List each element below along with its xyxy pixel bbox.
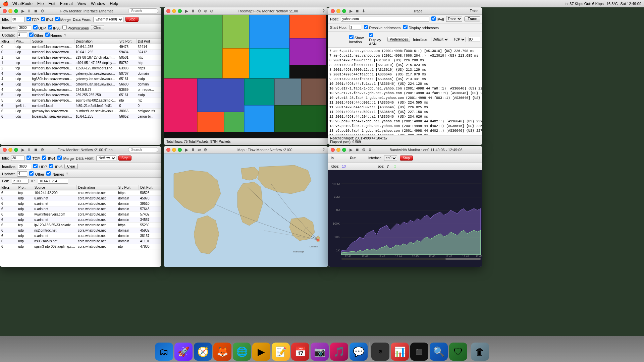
table-row[interactable]: 2 tcp number9.lan.seaviewsound.co... li1… [0, 66, 161, 71]
netflow-max-btn[interactable] [14, 148, 18, 152]
bw-down-btn[interactable]: ⬇ [368, 147, 372, 152]
map-close-btn[interactable] [166, 148, 170, 152]
preferences-button[interactable]: Preferences [387, 37, 410, 42]
treemap-collapse-btn[interactable]: ⊖ [209, 9, 214, 13]
host-input[interactable] [341, 16, 429, 22]
table-row[interactable]: 6 udp u.arin.net cora.whatroute.net doma… [0, 233, 161, 239]
menu-whatroute[interactable]: WhatRoute [12, 1, 33, 6]
show-loc-checkbox[interactable] [349, 35, 354, 39]
other-check-label[interactable]: Other [29, 33, 44, 38]
bw-play-btn[interactable]: ▶ [349, 147, 353, 152]
table-row[interactable]: 1 tcp number9.lan.seaviewsound.co... a10… [0, 60, 161, 66]
minimize-button[interactable] [8, 9, 12, 13]
dock-itunes[interactable]: 🎵 [330, 343, 348, 361]
nf-col-idle[interactable]: Idle▲ [0, 185, 17, 190]
table-row[interactable]: 6 udp gateway.lan.seaviewsound.co.nz num… [0, 109, 161, 114]
dock-chrome[interactable]: 🌐 [233, 343, 251, 361]
dock-messenger[interactable]: 💬 [350, 343, 368, 361]
bw-min-btn[interactable] [336, 148, 340, 152]
netflow-other-checkbox[interactable] [29, 171, 34, 176]
netflow-inactive-input[interactable] [18, 164, 31, 169]
netflow-udp-checkbox[interactable] [33, 164, 38, 168]
trace-type-select[interactable]: Trace [446, 16, 462, 22]
nf-col-dst[interactable]: Destination [76, 185, 117, 190]
ipv4-check-label[interactable]: IPv4 [41, 17, 53, 22]
eth-table-container[interactable]: Idle▲ Pro... Source Destination Src Port… [0, 39, 161, 145]
merge-checkbox[interactable] [55, 17, 60, 21]
ipv6-trace-label[interactable]: IPv6 [431, 16, 444, 21]
bw-stop-ctrl-btn[interactable]: ⏹ [355, 147, 360, 152]
ipv6-checkbox[interactable] [48, 25, 52, 29]
netflow-ipv6-label[interactable]: IPv6 [49, 164, 62, 169]
port-input[interactable] [469, 37, 480, 42]
dock-plex[interactable]: ▶ [252, 343, 270, 361]
table-row[interactable]: 6 udp sgsin3-ntp-002.aaplimg.com cora.wh… [0, 244, 161, 249]
udp-check-label[interactable]: UDP [33, 25, 46, 30]
ipv4-checkbox[interactable] [41, 17, 45, 21]
netflow-gear-btn[interactable]: ⚙ [40, 147, 45, 152]
map-play-btn[interactable]: ▶ [184, 147, 189, 152]
netflow-other-label[interactable]: Other [29, 171, 45, 176]
col-sport[interactable]: Src Port [118, 39, 136, 44]
netflow-stop-ctrl-btn[interactable]: ⏹ [33, 147, 39, 152]
close-button[interactable] [3, 9, 7, 13]
trace-max-btn[interactable] [342, 9, 346, 13]
bw-stop-button[interactable]: Stop [400, 156, 413, 161]
map-help-btn[interactable]: ? [322, 147, 325, 152]
netflow-pause-btn[interactable]: ⏸ [26, 147, 32, 152]
col-proto[interactable]: Pro... [14, 39, 31, 44]
netflow-ipv6-checkbox[interactable] [49, 164, 53, 168]
table-row[interactable]: 5 udp number9.lan.seaviewsound.co... sgs… [0, 98, 161, 103]
treemap-close-btn[interactable] [166, 9, 170, 13]
table-row[interactable]: 6 udp u.arin.net cora.whatroute.net doma… [0, 201, 161, 206]
netflow-tcp-checkbox[interactable] [26, 156, 31, 160]
gear-button[interactable]: ⚙ [40, 9, 45, 13]
dock-photos[interactable]: 📷 [311, 343, 329, 361]
netflow-names-checkbox[interactable] [46, 171, 51, 176]
dock-firefox[interactable]: 🦊 [213, 343, 231, 361]
netflow-search-input[interactable] [128, 147, 158, 152]
other-checkbox[interactable] [29, 33, 34, 37]
netflow-clear-button[interactable]: Clear [64, 164, 78, 169]
menu-edit[interactable]: Edit [48, 1, 55, 6]
dock-terminal[interactable]: ⬛ [410, 343, 428, 361]
netflow-stop-button[interactable]: Stop [118, 156, 131, 161]
dock-trash[interactable]: 🗑 [471, 343, 489, 361]
netflow-tcp-label[interactable]: TCP [26, 156, 40, 161]
treemap-help-btn[interactable]: ? [322, 9, 325, 13]
ipv6-check-label[interactable]: IPv6 [48, 25, 60, 30]
map-gear-btn[interactable]: ⚙ [203, 147, 208, 152]
netflow-idle-input[interactable] [11, 156, 24, 161]
trace-output[interactable]: 7 ae-6.pat1.nez.yahoo.com (2001:4998:f00… [328, 48, 482, 135]
resolve-addr-label[interactable]: Resolve addresses [364, 25, 401, 30]
netflow-udp-label[interactable]: UDP [33, 164, 47, 169]
display-addr-label[interactable]: Display addresses [403, 25, 439, 30]
table-row[interactable]: 6 udp bigears.lan.seaviewsound.co.nz 10.… [0, 114, 161, 119]
netflow-names-label[interactable]: Names [46, 171, 64, 176]
table-row[interactable]: 6 udp ns03.savvis.net cora.whatroute.net… [0, 239, 161, 244]
nf-col-sport[interactable]: Src Port [117, 185, 139, 190]
promiscuous-checkbox[interactable] [62, 25, 67, 29]
bw-max-btn[interactable] [342, 148, 346, 152]
update-input[interactable] [17, 33, 27, 38]
table-row[interactable]: 6 tcp ip-120-136-55-33.solarix.net.nz co… [0, 223, 161, 228]
treemap-min-btn[interactable] [172, 9, 176, 13]
netflow-port-input[interactable] [12, 179, 29, 184]
nf-col-proto[interactable]: Pro... [17, 185, 33, 190]
inactive-input[interactable] [18, 25, 31, 31]
map-route-btn[interactable]: ⇌ [197, 147, 202, 152]
trace-button[interactable]: Trace [464, 16, 480, 21]
table-row[interactable]: 0 udp number9.lan.seaviewsound.co... 10.… [0, 50, 161, 55]
treemap-gear-btn[interactable]: ⚙ [197, 9, 202, 13]
show-loc-label[interactable]: Show location [349, 35, 366, 44]
eth-clear-button[interactable]: Clear [91, 25, 104, 30]
bw-interface-select[interactable]: en0 [384, 156, 397, 161]
table-row[interactable]: 6 udp ns2.omtrdc.net cora.whatroute.net … [0, 228, 161, 233]
treemap-expand-btn[interactable]: ⊕ [203, 9, 208, 13]
trace-stop-ctrl-btn[interactable]: ⏹ [355, 9, 360, 13]
table-row[interactable]: 4 udp number9.lan.seaviewsound.co... gat… [0, 71, 161, 76]
idle-input[interactable] [11, 17, 24, 22]
map-max-btn[interactable] [178, 148, 182, 152]
udp-checkbox[interactable] [33, 25, 38, 29]
table-row[interactable]: 6 udp u.arin.net cora.whatroute.net doma… [0, 217, 161, 223]
